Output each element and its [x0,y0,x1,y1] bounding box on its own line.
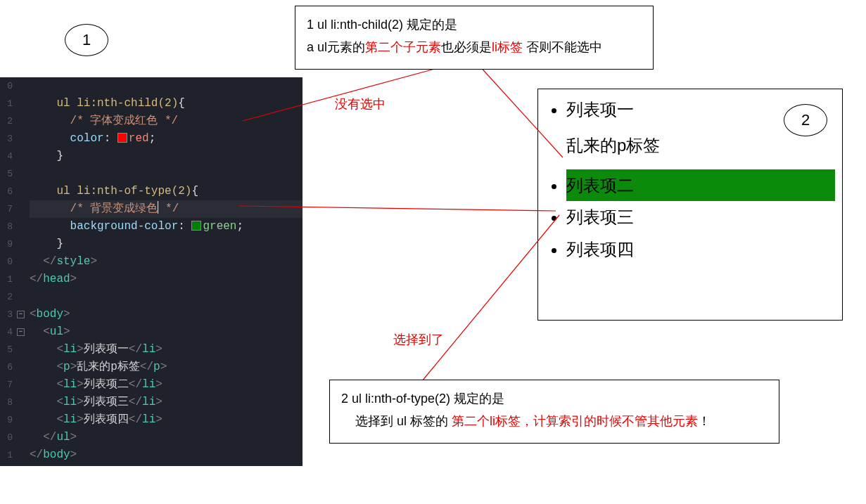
green-swatch-icon [191,221,201,231]
html-tag: li [142,378,155,391]
html-tag: ul [56,431,70,444]
code-line: </body> [30,446,303,464]
badge-1-label: 1 [82,31,91,49]
code-line: } [30,235,303,253]
line-number: 6 [0,358,13,376]
html-tag: body [43,448,70,461]
editor-content[interactable]: ul li:nth-child(2){ /* 字体变成红色 */ color: … [30,77,303,464]
line-number: 2 [0,288,13,306]
line-number: 4 [0,323,13,341]
editor-gutter: 0 1 2 3 4 5 6 7 8 9 0 1 2 3 4 5 6 7 8 9 … [0,77,15,466]
code-line: <li>列表项四</li> [30,411,303,429]
html-tag: body [37,308,63,321]
css-value: green [203,220,236,233]
css-prop: background-color [70,220,179,233]
fold-marker-icon[interactable]: − [17,328,25,336]
callout-top-line2: a ul元素的第二个子元素也必须是li标签 否则不能选中 [307,36,642,58]
code-editor[interactable]: 0 1 2 3 4 5 6 7 8 9 0 1 2 3 4 5 6 7 8 9 … [0,77,303,466]
html-tag: li [63,413,77,426]
code-line: <li>列表项三</li> [30,394,303,411]
callout-bottom-line1: 2 ul li:nth-of-type(2) 规定的是 [341,387,768,410]
css-comment: */ [158,202,179,215]
callout-bottom-l2red: 第二个li标签，计算索引的时候不管其他元素 [452,414,698,428]
html-tag: p [153,361,160,373]
code-line: <body> [30,306,303,323]
css-selector: ul li:nth-of-type(2) [56,185,191,198]
callout-top-l2b: 也必须是 [441,40,492,54]
code-line: ul li:nth-of-type(2){ [30,183,303,200]
html-tag: li [63,343,77,356]
editor-fold-column: − − [15,77,28,466]
code-line: } [30,148,303,165]
note-selected: 选择到了 [393,331,444,348]
html-tag: p [63,361,70,373]
line-number: 7 [0,376,13,394]
code-line-active: /* 背景变成绿色 */ [30,200,303,218]
line-number: 1 [0,95,13,112]
line-number: 5 [0,165,13,183]
line-number: 3 [0,130,13,148]
line-number: 3 [0,306,13,323]
preview-item-4: 列表项四 [566,233,835,266]
callout-nth-child: 1 ul li:nth-child(2) 规定的是 a ul元素的第二个子元素也… [295,6,654,70]
callout-top-l2red2: li标签 [492,40,523,54]
badge-2: 2 [784,104,827,136]
code-line: </ul> [30,429,303,446]
preview-item-3: 列表项三 [566,201,835,233]
callout-top-l2c: 否则不能选中 [523,40,602,54]
html-tag: head [43,273,70,285]
code-line: background-color: green; [30,218,303,235]
line-number: 9 [0,411,13,429]
code-line [30,288,303,306]
line-number: 2 [0,112,13,130]
code-line: /* 字体变成红色 */ [30,112,303,130]
code-line: </style> [30,253,303,271]
code-line: <ul> [30,323,303,341]
html-text: 列表项二 [84,378,129,391]
css-prop: color [70,132,104,145]
html-text: 列表项三 [84,396,129,408]
html-tag: li [142,343,155,356]
callout-bottom-line2: 选择到 ul 标签的 第二个li标签，计算索引的时候不管其他元素！ [341,410,768,432]
html-tag: li [142,413,155,426]
html-text: 列表项四 [84,413,129,426]
code-line: <li>列表项一</li> [30,341,303,358]
css-comment: /* 背景变成绿色 [70,202,158,215]
line-number: 8 [0,218,13,235]
html-tag: li [63,378,77,391]
html-text: 列表项一 [84,343,129,356]
line-number: 7 [0,200,13,218]
callout-top-line1: 1 ul li:nth-child(2) 规定的是 [307,13,642,36]
line-number: 9 [0,235,13,253]
line-number: 4 [0,148,13,165]
html-tag: style [56,255,90,268]
callout-bottom-l2tail: ！ [698,414,711,428]
line-number: 1 [0,446,13,464]
code-line [30,77,303,95]
callout-bottom-l2a: 选择到 ul 标签的 [341,414,452,428]
callout-top-l2red1: 第二个子元素 [365,40,441,54]
html-tag: li [142,396,155,408]
line-number: 8 [0,394,13,411]
red-swatch-icon [117,133,127,143]
code-line: <li>列表项二</li> [30,376,303,394]
line-number: 5 [0,341,13,358]
css-value: red [129,132,149,145]
code-line: ul li:nth-child(2){ [30,95,303,112]
html-tag: li [63,396,77,408]
line-number: 1 [0,271,13,288]
note-not-selected: 没有选中 [335,96,386,112]
line-number: 0 [0,77,13,95]
line-number: 6 [0,183,13,200]
html-text: 乱来的p标签 [77,361,140,373]
preview-item-2-highlighted: 列表项二 [566,169,835,202]
badge-1: 1 [65,24,108,56]
line-number: 0 [0,429,13,446]
fold-marker-icon[interactable]: − [17,311,25,318]
code-line: </head> [30,271,303,288]
badge-2-label: 2 [801,111,810,129]
code-line: color: red; [30,130,303,148]
line-number: 0 [0,253,13,271]
callout-top-l2a: a ul元素的 [307,40,365,54]
code-line [30,165,303,183]
